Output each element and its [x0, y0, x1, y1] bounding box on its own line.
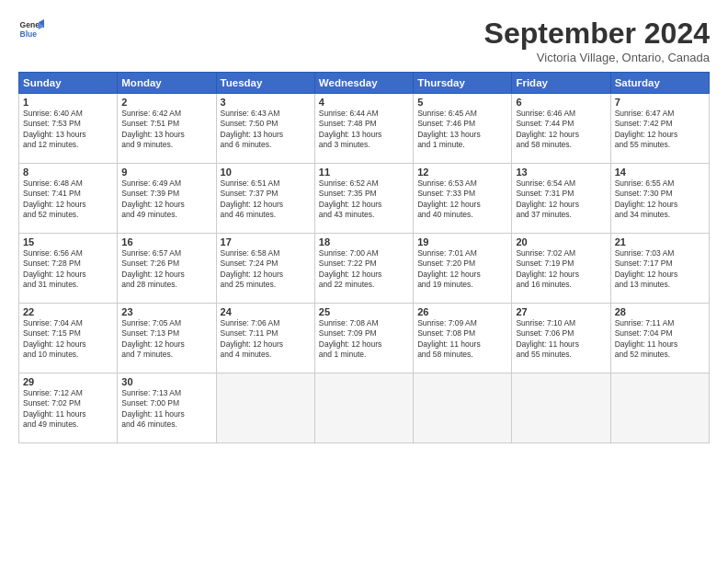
- calendar-cell: 22Sunrise: 7:04 AM Sunset: 7:15 PM Dayli…: [19, 304, 118, 373]
- day-number: 9: [121, 167, 211, 178]
- day-info: Sunrise: 7:00 AM Sunset: 7:22 PM Dayligh…: [319, 248, 409, 291]
- header: General Blue September 2024 Victoria Vil…: [18, 17, 710, 64]
- day-info: Sunrise: 7:09 AM Sunset: 7:08 PM Dayligh…: [417, 318, 507, 361]
- day-info: Sunrise: 7:03 AM Sunset: 7:17 PM Dayligh…: [615, 248, 705, 291]
- day-info: Sunrise: 6:54 AM Sunset: 7:31 PM Dayligh…: [516, 178, 606, 221]
- day-number: 29: [23, 376, 113, 387]
- logo: General Blue: [18, 17, 44, 42]
- day-info: Sunrise: 6:52 AM Sunset: 7:35 PM Dayligh…: [319, 178, 409, 221]
- calendar-cell: 18Sunrise: 7:00 AM Sunset: 7:22 PM Dayli…: [314, 234, 413, 304]
- calendar-cell: 21Sunrise: 7:03 AM Sunset: 7:17 PM Dayli…: [610, 234, 709, 304]
- day-number: 1: [23, 97, 113, 108]
- day-number: 27: [516, 306, 606, 317]
- day-number: 22: [23, 306, 113, 317]
- svg-text:Blue: Blue: [20, 29, 38, 39]
- calendar-cell: 15Sunrise: 6:56 AM Sunset: 7:28 PM Dayli…: [19, 234, 118, 304]
- calendar-cell: 16Sunrise: 6:57 AM Sunset: 7:26 PM Dayli…: [118, 234, 216, 304]
- week-row-4: 22Sunrise: 7:04 AM Sunset: 7:15 PM Dayli…: [19, 304, 710, 373]
- day-number: 14: [615, 167, 705, 178]
- page: General Blue September 2024 Victoria Vil…: [0, 0, 728, 563]
- day-number: 21: [615, 236, 705, 247]
- day-number: 17: [221, 236, 311, 247]
- calendar-cell: 29Sunrise: 7:12 AM Sunset: 7:02 PM Dayli…: [19, 373, 118, 443]
- calendar-cell: 8Sunrise: 6:48 AM Sunset: 7:41 PM Daylig…: [19, 164, 118, 234]
- calendar-cell: 25Sunrise: 7:08 AM Sunset: 7:09 PM Dayli…: [314, 304, 413, 373]
- calendar-cell: [610, 373, 709, 443]
- day-number: 24: [221, 306, 311, 317]
- calendar-cell: 12Sunrise: 6:53 AM Sunset: 7:33 PM Dayli…: [414, 164, 512, 234]
- header-row: SundayMondayTuesdayWednesdayThursdayFrid…: [19, 73, 710, 94]
- day-number: 28: [615, 306, 705, 317]
- day-info: Sunrise: 7:10 AM Sunset: 7:06 PM Dayligh…: [516, 318, 606, 361]
- day-info: Sunrise: 7:06 AM Sunset: 7:11 PM Dayligh…: [221, 318, 311, 361]
- calendar-cell: 1Sunrise: 6:40 AM Sunset: 7:53 PM Daylig…: [19, 94, 118, 164]
- day-info: Sunrise: 6:42 AM Sunset: 7:51 PM Dayligh…: [121, 109, 211, 151]
- calendar-cell: 4Sunrise: 6:44 AM Sunset: 7:48 PM Daylig…: [314, 94, 413, 164]
- calendar-cell: 30Sunrise: 7:13 AM Sunset: 7:00 PM Dayli…: [118, 373, 216, 443]
- day-number: 19: [417, 236, 507, 247]
- day-number: 7: [615, 97, 705, 108]
- calendar-cell: 26Sunrise: 7:09 AM Sunset: 7:08 PM Dayli…: [414, 304, 512, 373]
- header-day-sunday: Sunday: [19, 73, 118, 94]
- day-info: Sunrise: 6:57 AM Sunset: 7:26 PM Dayligh…: [121, 248, 211, 291]
- calendar-cell: [414, 373, 512, 443]
- day-number: 26: [417, 306, 507, 317]
- title-area: September 2024 Victoria Village, Ontario…: [484, 17, 710, 64]
- day-info: Sunrise: 6:53 AM Sunset: 7:33 PM Dayligh…: [417, 178, 507, 221]
- header-day-monday: Monday: [118, 73, 216, 94]
- day-number: 12: [417, 167, 507, 178]
- day-info: Sunrise: 7:01 AM Sunset: 7:20 PM Dayligh…: [417, 248, 507, 291]
- day-number: 3: [221, 97, 311, 108]
- day-info: Sunrise: 6:56 AM Sunset: 7:28 PM Dayligh…: [23, 248, 113, 291]
- month-title: September 2024: [484, 17, 710, 51]
- header-day-thursday: Thursday: [414, 73, 512, 94]
- day-number: 30: [121, 376, 211, 387]
- calendar-cell: 17Sunrise: 6:58 AM Sunset: 7:24 PM Dayli…: [216, 234, 314, 304]
- day-info: Sunrise: 6:49 AM Sunset: 7:39 PM Dayligh…: [121, 178, 211, 221]
- day-number: 15: [23, 236, 113, 247]
- calendar-cell: 27Sunrise: 7:10 AM Sunset: 7:06 PM Dayli…: [512, 304, 610, 373]
- day-info: Sunrise: 7:04 AM Sunset: 7:15 PM Dayligh…: [23, 318, 113, 361]
- day-number: 6: [516, 97, 606, 108]
- calendar-table: SundayMondayTuesdayWednesdayThursdayFrid…: [18, 72, 710, 443]
- day-info: Sunrise: 6:46 AM Sunset: 7:44 PM Dayligh…: [516, 109, 606, 151]
- day-info: Sunrise: 7:11 AM Sunset: 7:04 PM Dayligh…: [615, 318, 705, 361]
- calendar-cell: 19Sunrise: 7:01 AM Sunset: 7:20 PM Dayli…: [414, 234, 512, 304]
- day-number: 5: [417, 97, 507, 108]
- day-number: 2: [121, 97, 211, 108]
- day-info: Sunrise: 6:43 AM Sunset: 7:50 PM Dayligh…: [221, 109, 311, 151]
- day-info: Sunrise: 7:08 AM Sunset: 7:09 PM Dayligh…: [319, 318, 409, 361]
- calendar-cell: 7Sunrise: 6:47 AM Sunset: 7:42 PM Daylig…: [610, 94, 709, 164]
- calendar-cell: 3Sunrise: 6:43 AM Sunset: 7:50 PM Daylig…: [216, 94, 314, 164]
- day-info: Sunrise: 6:48 AM Sunset: 7:41 PM Dayligh…: [23, 178, 113, 221]
- day-number: 13: [516, 167, 606, 178]
- day-number: 4: [319, 97, 409, 108]
- day-number: 18: [319, 236, 409, 247]
- header-day-friday: Friday: [512, 73, 610, 94]
- day-info: Sunrise: 7:02 AM Sunset: 7:19 PM Dayligh…: [516, 248, 606, 291]
- day-info: Sunrise: 6:55 AM Sunset: 7:30 PM Dayligh…: [615, 178, 705, 221]
- day-info: Sunrise: 6:47 AM Sunset: 7:42 PM Dayligh…: [615, 109, 705, 151]
- calendar-cell: 10Sunrise: 6:51 AM Sunset: 7:37 PM Dayli…: [216, 164, 314, 234]
- day-info: Sunrise: 6:58 AM Sunset: 7:24 PM Dayligh…: [221, 248, 311, 291]
- day-info: Sunrise: 6:44 AM Sunset: 7:48 PM Dayligh…: [319, 109, 409, 151]
- day-number: 23: [121, 306, 211, 317]
- location: Victoria Village, Ontario, Canada: [484, 51, 710, 64]
- logo-icon: General Blue: [18, 17, 44, 42]
- header-day-tuesday: Tuesday: [216, 73, 314, 94]
- day-info: Sunrise: 7:05 AM Sunset: 7:13 PM Dayligh…: [121, 318, 211, 361]
- day-number: 20: [516, 236, 606, 247]
- day-number: 8: [23, 167, 113, 178]
- calendar-cell: 6Sunrise: 6:46 AM Sunset: 7:44 PM Daylig…: [512, 94, 610, 164]
- header-day-saturday: Saturday: [610, 73, 709, 94]
- day-info: Sunrise: 6:51 AM Sunset: 7:37 PM Dayligh…: [221, 178, 311, 221]
- calendar-cell: 20Sunrise: 7:02 AM Sunset: 7:19 PM Dayli…: [512, 234, 610, 304]
- calendar-cell: 2Sunrise: 6:42 AM Sunset: 7:51 PM Daylig…: [118, 94, 216, 164]
- calendar-cell: [216, 373, 314, 443]
- day-number: 10: [221, 167, 311, 178]
- calendar-cell: [512, 373, 610, 443]
- calendar-cell: 14Sunrise: 6:55 AM Sunset: 7:30 PM Dayli…: [610, 164, 709, 234]
- calendar-cell: 13Sunrise: 6:54 AM Sunset: 7:31 PM Dayli…: [512, 164, 610, 234]
- day-number: 25: [319, 306, 409, 317]
- calendar-cell: 9Sunrise: 6:49 AM Sunset: 7:39 PM Daylig…: [118, 164, 216, 234]
